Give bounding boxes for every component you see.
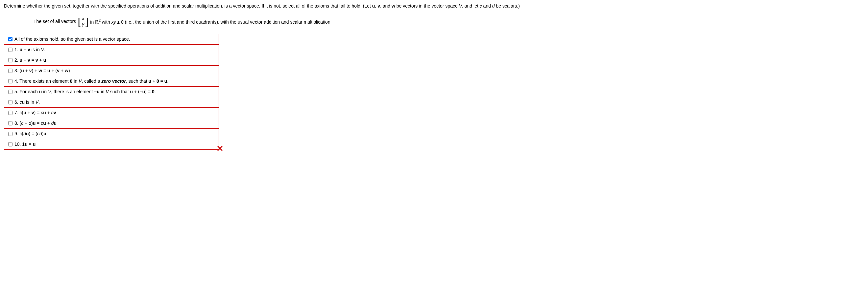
checkbox-1[interactable] (8, 47, 12, 52)
checkbox-9[interactable] (8, 132, 12, 136)
checkbox-5[interactable] (8, 90, 12, 94)
checkbox-2[interactable] (8, 58, 12, 62)
option-axiom-9[interactable]: 9. c(du) = (cd)u (7, 131, 216, 137)
option-axiom-6[interactable]: 6. cu is in V. (7, 99, 216, 105)
option-axiom-5[interactable]: 5. For each u in V, there is an element … (7, 89, 216, 95)
checkbox-0[interactable] (8, 37, 12, 41)
incorrect-icon (217, 146, 223, 152)
checkbox-7[interactable] (8, 111, 12, 115)
option-all-hold[interactable]: All of the axioms hold, so the given set… (7, 36, 216, 42)
question-intro: Determine whether the given set, togethe… (4, 3, 864, 9)
question-detail: The set of all vectors [ x y ] in ℝ2 wit… (34, 16, 864, 27)
option-axiom-2[interactable]: 2. u + v = v + u (7, 57, 216, 63)
option-axiom-1[interactable]: 1. u + v is in V. (7, 46, 216, 53)
option-axiom-10[interactable]: 10. 1u = u (7, 141, 216, 147)
checkbox-6[interactable] (8, 100, 12, 104)
option-axiom-7[interactable]: 7. c(u + v) = cu + cv (7, 110, 216, 116)
option-axiom-3[interactable]: 3. (u + v) + w = u + (v + w) (7, 68, 216, 74)
checkbox-3[interactable] (8, 69, 12, 73)
checkbox-4[interactable] (8, 79, 12, 83)
answer-options-box: All of the axioms hold, so the given set… (4, 34, 219, 150)
option-axiom-4[interactable]: 4. There exists an element 0 in V, calle… (7, 78, 216, 84)
option-axiom-8[interactable]: 8. (c + d)u = cu + du (7, 120, 216, 126)
checkbox-8[interactable] (8, 121, 12, 126)
checkbox-10[interactable] (8, 142, 12, 146)
matrix: [ x y ] (78, 16, 88, 27)
